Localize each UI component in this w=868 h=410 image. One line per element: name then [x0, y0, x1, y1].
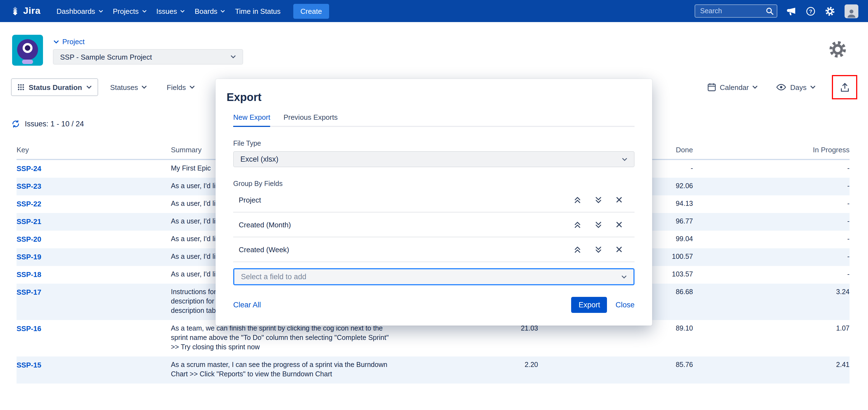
days-dropdown[interactable]: Days: [776, 83, 815, 91]
chevron-down-icon: [230, 55, 236, 58]
issue-key-link[interactable]: SSP-18: [17, 266, 171, 284]
group-field-row: Project: [233, 187, 634, 212]
issue-key-link[interactable]: SSP-19: [17, 248, 171, 266]
nav-menu: Dashboards Projects Issues Boards Time i…: [52, 0, 329, 22]
move-up-icon[interactable]: [574, 221, 581, 228]
statuses-dropdown[interactable]: Statuses: [110, 83, 147, 91]
search-input[interactable]: [694, 4, 777, 18]
nav-item-label: Dashboards: [57, 7, 95, 15]
issue-summary: As a scrum master, I can see the progres…: [171, 356, 380, 383]
issue-key-link[interactable]: SSP-22: [17, 195, 171, 213]
top-nav: Jira Dashboards Projects Issues Boards T…: [0, 0, 868, 22]
announcement-icon[interactable]: [787, 7, 797, 15]
page-settings-gear-icon[interactable]: [828, 40, 847, 59]
project-select[interactable]: SSP - Sample Scrum Project: [53, 49, 243, 64]
remove-icon[interactable]: [616, 196, 622, 203]
modal-footer: Clear All Export Close: [233, 297, 634, 313]
issue-key-link[interactable]: SSP-17: [17, 284, 171, 320]
search-box: [694, 4, 777, 18]
jira-home-link[interactable]: Jira: [10, 5, 40, 17]
modal-tabs: New Export Previous Exports: [233, 113, 634, 127]
chevron-down-icon: [142, 86, 147, 89]
nav-item-label: Time in Status: [235, 7, 281, 15]
nav-item-dashboards[interactable]: Dashboards: [52, 0, 108, 22]
chevron-down-icon: [621, 275, 627, 279]
person-icon: [846, 8, 857, 18]
chevron-down-icon: [98, 10, 103, 12]
tab-previous-exports[interactable]: Previous Exports: [283, 113, 338, 126]
export-icon[interactable]: [839, 82, 850, 92]
project-label: Project: [62, 37, 85, 46]
chevron-down-icon: [87, 86, 92, 89]
file-type-select[interactable]: Excel (xlsx): [233, 151, 634, 167]
view-selector-button[interactable]: Status Duration: [11, 78, 98, 96]
toolbar-right: Calendar Days: [707, 75, 857, 99]
chevron-down-icon: [180, 10, 185, 12]
issue-in-progress-value: -: [693, 231, 849, 248]
move-up-icon[interactable]: [574, 246, 581, 253]
nav-item-time-in-status[interactable]: Time in Status: [230, 0, 285, 22]
move-down-icon[interactable]: [595, 221, 602, 228]
group-row-actions: [574, 221, 622, 228]
export-button[interactable]: Export: [571, 297, 607, 313]
eye-icon: [776, 84, 786, 90]
issue-in-progress-value: 3.24: [693, 284, 849, 320]
chevron-down-icon: [221, 10, 225, 12]
group-field-row: Created (Month): [233, 212, 634, 237]
issue-key-link[interactable]: SSP-21: [17, 213, 171, 231]
annotation-highlight-box: [832, 75, 857, 99]
nav-item-projects[interactable]: Projects: [108, 0, 151, 22]
group-field-row: Created (Week): [233, 237, 634, 262]
nav-item-label: Boards: [195, 7, 217, 15]
tab-new-export[interactable]: New Export: [233, 113, 270, 126]
group-field-name: Created (Week): [239, 245, 289, 254]
issue-in-progress-value: 1.07: [693, 320, 849, 356]
add-field-placeholder: Select a field to add: [241, 272, 306, 281]
chevron-down-icon: [54, 40, 59, 43]
avatar-eye: [23, 43, 33, 53]
column-key: Key: [17, 146, 171, 159]
clear-all-link[interactable]: Clear All: [233, 301, 261, 309]
view-selector-label: Status Duration: [29, 83, 82, 91]
project-header: Project SSP - Sample Scrum Project: [0, 22, 868, 69]
modal-title: Export: [216, 79, 652, 104]
user-avatar[interactable]: [844, 4, 858, 18]
issue-in-progress-value: -: [693, 248, 849, 266]
export-modal: Export New Export Previous Exports File …: [216, 79, 652, 326]
nav-item-issues[interactable]: Issues: [151, 0, 190, 22]
project-select-value: SSP - Sample Scrum Project: [60, 53, 152, 61]
issue-in-progress-value: -: [693, 195, 849, 213]
move-up-icon[interactable]: [574, 196, 581, 203]
issue-key-link[interactable]: SSP-16: [17, 320, 171, 356]
issue-key-link[interactable]: SSP-24: [17, 159, 171, 178]
remove-icon[interactable]: [616, 246, 622, 253]
svg-text:?: ?: [809, 8, 812, 14]
issue-key-link[interactable]: SSP-15: [17, 356, 171, 383]
calendar-dropdown[interactable]: Calendar: [707, 83, 758, 92]
modal-body: New Export Previous Exports File Type Ex…: [216, 113, 652, 313]
move-down-icon[interactable]: [595, 196, 602, 203]
calendar-label: Calendar: [720, 83, 749, 91]
help-icon[interactable]: ?: [806, 6, 815, 16]
nav-item-boards[interactable]: Boards: [190, 0, 230, 22]
nav-item-label: Projects: [113, 7, 138, 15]
issue-key-link[interactable]: SSP-23: [17, 178, 171, 195]
fields-dropdown[interactable]: Fields: [167, 83, 195, 91]
remove-icon[interactable]: [616, 221, 622, 228]
group-row-actions: [574, 246, 622, 253]
group-row-actions: [574, 196, 622, 203]
chevron-down-icon: [142, 10, 146, 12]
project-section-toggle[interactable]: Project: [54, 37, 85, 46]
settings-gear-icon[interactable]: [825, 6, 835, 16]
issue-done-value: 85.76: [538, 356, 693, 383]
chevron-down-icon: [190, 86, 195, 89]
move-down-icon[interactable]: [595, 246, 602, 253]
file-type-label: File Type: [233, 140, 634, 147]
close-link[interactable]: Close: [616, 301, 634, 309]
add-field-select[interactable]: Select a field to add: [233, 268, 634, 285]
refresh-icon[interactable]: [11, 120, 20, 128]
statuses-label: Statuses: [110, 83, 138, 91]
issue-key-link[interactable]: SSP-20: [17, 231, 171, 248]
group-field-name: Project: [239, 196, 261, 204]
create-button[interactable]: Create: [293, 4, 329, 19]
